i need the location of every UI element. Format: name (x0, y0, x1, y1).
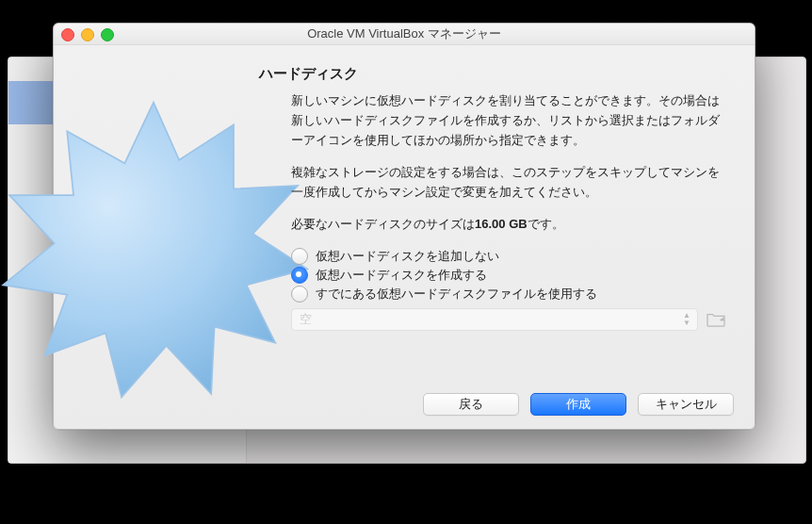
existing-disk-row: 空 ▲▼ (291, 308, 726, 331)
wizard-button-bar: 戻る 作成 キャンセル (423, 393, 734, 416)
existing-disk-combo[interactable]: 空 ▲▼ (291, 308, 698, 331)
wizard-content: 新しいマシンに仮想ハードディスクを割り当てることができます。その場合は新しいハー… (291, 91, 726, 331)
radio-no-disk[interactable]: 仮想ハードディスクを追加しない (291, 248, 726, 265)
radio-icon[interactable] (291, 286, 308, 303)
radio-icon[interactable] (291, 248, 308, 265)
titlebar: Oracle VM VirtualBox マネージャー (54, 24, 755, 45)
chevron-updown-icon: ▲▼ (680, 311, 693, 328)
radio-create-disk[interactable]: 仮想ハードディスクを作成する (291, 267, 726, 284)
back-button[interactable]: 戻る (423, 393, 519, 416)
cancel-button[interactable]: キャンセル (638, 393, 734, 416)
recommended-size-line: 必要なハードディスクのサイズは16.00 GBです。 (291, 216, 726, 233)
wizard-heading: ハードディスク (259, 65, 358, 83)
wizard-paragraph-1: 新しいマシンに仮想ハードディスクを割り当てることができます。その場合は新しいハー… (291, 91, 726, 150)
folder-browse-icon[interactable] (706, 311, 726, 328)
size-suffix: です。 (528, 217, 564, 231)
size-value: 16.00 GB (475, 217, 528, 231)
button-label: キャンセル (656, 396, 717, 413)
close-icon[interactable] (61, 28, 74, 41)
combo-value: 空 (300, 311, 312, 328)
radio-icon[interactable] (291, 267, 308, 284)
window-title: Oracle VM VirtualBox マネージャー (307, 26, 501, 41)
traffic-lights (61, 28, 114, 41)
size-prefix: 必要なハードディスクのサイズは (291, 217, 475, 231)
wizard-paragraph-2: 複雑なストレージの設定をする場合は、このステップをスキップしてマシンを一度作成し… (291, 163, 726, 203)
button-label: 戻る (459, 396, 483, 413)
radio-label: すでにある仮想ハードディスクファイルを使用する (316, 286, 597, 303)
radio-use-existing[interactable]: すでにある仮想ハードディスクファイルを使用する (291, 286, 726, 303)
create-button[interactable]: 作成 (530, 393, 626, 416)
button-label: 作成 (566, 396, 591, 413)
minimize-icon[interactable] (81, 28, 94, 41)
zoom-icon[interactable] (101, 28, 114, 41)
radio-label: 仮想ハードディスクを追加しない (316, 248, 499, 265)
wizard-sheet: Oracle VM VirtualBox マネージャー ハードディスク 新しいマ… (53, 23, 755, 430)
radio-label: 仮想ハードディスクを作成する (316, 267, 487, 284)
